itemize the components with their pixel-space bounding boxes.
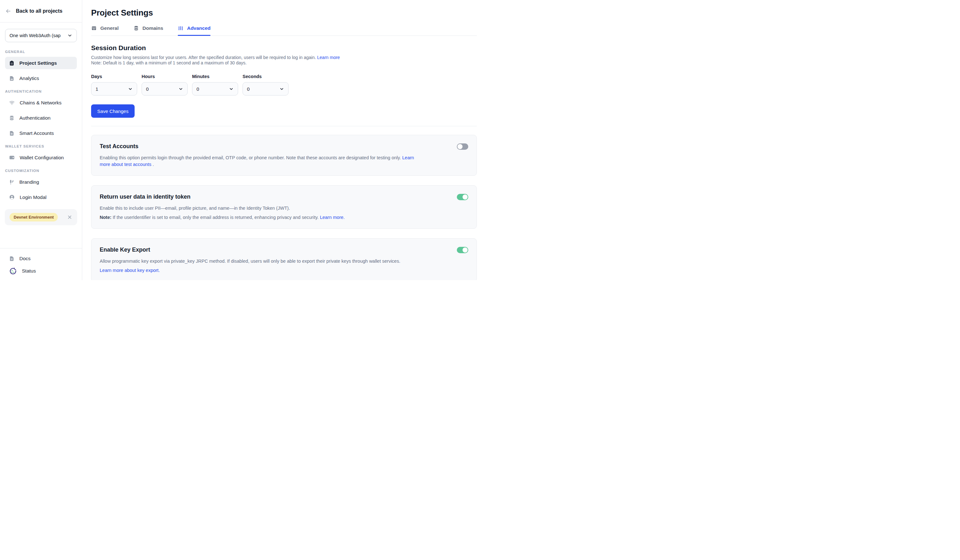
seconds-label: Seconds — [243, 74, 289, 79]
sidebar-item-label: Authentication — [19, 115, 50, 121]
database-icon — [133, 26, 139, 31]
seconds-value: 0 — [247, 86, 250, 92]
key-export-description: Allow programmatic key export via privat… — [100, 258, 420, 274]
chevron-down-icon — [178, 87, 183, 91]
section-label-customization: CUSTOMIZATION — [5, 169, 77, 172]
note-label: Note: — [100, 215, 111, 220]
hours-label: Hours — [142, 74, 187, 79]
sidebar-item-wallet-configuration[interactable]: Wallet Configuration — [5, 152, 77, 164]
hours-value: 0 — [146, 86, 149, 92]
section-divider — [91, 126, 477, 126]
sidebar-footer: Docs Status — [0, 248, 82, 280]
tab-label: Advanced — [187, 26, 210, 31]
sidebar-item-label: Login Modal — [20, 195, 46, 200]
project-selector[interactable]: One with Web3Auth (sap — [5, 29, 77, 42]
session-duration-fields: Days 1 Hours 0 Minutes 0 — [91, 74, 477, 96]
days-label: Days — [91, 74, 137, 79]
identity-token-description: Enable this to include user PII—email, p… — [100, 205, 420, 221]
sidebar-item-label: Status — [22, 268, 36, 274]
identity-token-card: Return user data in identity token Enabl… — [91, 185, 477, 229]
toggle-knob — [462, 195, 468, 199]
section-label-general: GENERAL — [5, 50, 77, 54]
user-circle-icon — [9, 194, 15, 200]
close-icon — [67, 214, 72, 220]
chevron-down-icon — [67, 33, 72, 38]
brush-icon — [9, 179, 14, 185]
section-label-wallet-services: WALLET SERVICES — [5, 144, 77, 148]
wallet-icon — [9, 155, 15, 161]
key-export-learn-more-link[interactable]: Learn more about key export. — [100, 268, 160, 273]
app-window: Back to all projects One with Web3Auth (… — [0, 0, 480, 280]
minutes-select[interactable]: 0 — [192, 82, 238, 96]
database-icon — [9, 115, 14, 121]
minutes-value: 0 — [197, 86, 199, 92]
sidebar-item-label: Docs — [19, 256, 30, 262]
hours-select[interactable]: 0 — [142, 82, 187, 96]
sidebar: Back to all projects One with Web3Auth (… — [0, 0, 82, 280]
sliders-icon — [178, 26, 184, 31]
environment-banner: Devnet Environment — [5, 209, 77, 225]
sidebar-item-label: Chains & Networks — [20, 100, 62, 106]
sidebar-item-authentication[interactable]: Authentication — [5, 112, 77, 124]
session-duration-note: Note: Default is 1 day, with a minimum o… — [91, 60, 247, 65]
identity-token-toggle[interactable] — [457, 194, 468, 200]
key-export-toggle[interactable] — [457, 247, 468, 253]
sidebar-item-smart-accounts[interactable]: Smart Accounts — [5, 127, 77, 139]
sidebar-item-label: Branding — [19, 179, 39, 185]
session-duration-title: Session Duration — [91, 44, 477, 52]
save-changes-button[interactable]: Save Changes — [91, 104, 134, 118]
analytics-doc-icon — [9, 75, 14, 81]
identity-token-title: Return user data in identity token — [100, 193, 190, 200]
identity-token-learn-more-link[interactable]: Learn more. — [320, 215, 345, 220]
clipboard-icon — [9, 60, 14, 66]
cookie-icon — [9, 267, 17, 275]
tab-bar: General Domains Advan — [91, 26, 477, 36]
arrow-left-icon — [5, 8, 11, 14]
days-value: 1 — [96, 86, 98, 92]
key-export-card: Enable Key Export Allow programmatic key… — [91, 238, 477, 280]
sidebar-nav: GENERAL Project Settings — [0, 50, 82, 203]
section-label-authentication: AUTHENTICATION — [5, 89, 77, 93]
wifi-icon — [9, 100, 15, 106]
tab-advanced[interactable]: Advanced — [178, 26, 210, 35]
session-duration-description: Customize how long sessions last for you… — [91, 55, 477, 66]
tab-label: General — [100, 26, 119, 31]
days-select[interactable]: 1 — [91, 82, 137, 96]
test-accounts-description: Enabling this option permits login throu… — [100, 155, 420, 168]
chevron-down-icon — [279, 87, 284, 91]
back-to-projects-button[interactable]: Back to all projects — [0, 0, 82, 22]
sidebar-item-label: Smart Accounts — [19, 131, 54, 136]
sidebar-item-status[interactable]: Status — [5, 265, 77, 277]
days-field: Days 1 — [91, 74, 137, 96]
file-icon — [9, 256, 14, 262]
tab-domains[interactable]: Domains — [133, 26, 163, 35]
sidebar-item-analytics[interactable]: Analytics — [5, 72, 77, 85]
sidebar-item-branding[interactable]: Branding — [5, 176, 77, 188]
sidebar-item-login-modal[interactable]: Login Modal — [5, 191, 77, 203]
environment-badge: Devnet Environment — [10, 213, 58, 222]
sidebar-item-label: Wallet Configuration — [20, 155, 64, 161]
main-content: Project Settings General Domains — [82, 0, 480, 280]
page-title: Project Settings — [91, 8, 477, 18]
chevron-down-icon — [229, 87, 234, 91]
close-environment-banner-button[interactable] — [67, 214, 72, 220]
toggle-knob — [462, 247, 468, 252]
test-accounts-title: Test Accounts — [100, 143, 138, 150]
chevron-down-icon — [128, 87, 133, 91]
test-accounts-card: Test Accounts Enabling this option permi… — [91, 135, 477, 176]
sidebar-item-chains-networks[interactable]: Chains & Networks — [5, 96, 77, 109]
seconds-select[interactable]: 0 — [243, 82, 289, 96]
back-to-projects-label: Back to all projects — [16, 8, 62, 14]
seconds-field: Seconds 0 — [243, 74, 289, 96]
sidebar-item-docs[interactable]: Docs — [5, 252, 77, 265]
sidebar-item-label: Analytics — [19, 75, 39, 81]
tab-label: Domains — [142, 26, 163, 31]
project-selector-value: One with Web3Auth (sap — [10, 33, 61, 38]
minutes-field: Minutes 0 — [192, 74, 238, 96]
key-export-title: Enable Key Export — [100, 247, 150, 253]
session-learn-more-link[interactable]: Learn more — [317, 55, 340, 60]
sidebar-item-project-settings[interactable]: Project Settings — [5, 57, 77, 69]
toggle-knob — [458, 144, 462, 149]
test-accounts-toggle[interactable] — [457, 144, 468, 150]
tab-general[interactable]: General — [91, 26, 119, 35]
